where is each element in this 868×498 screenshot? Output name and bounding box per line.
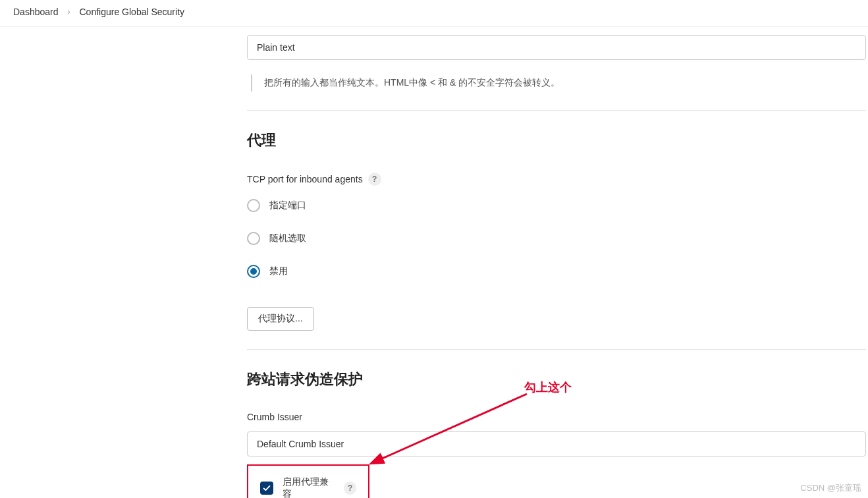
radio-random-port[interactable]: 随机选取: [247, 232, 868, 245]
breadcrumb-dashboard[interactable]: Dashboard: [13, 7, 59, 17]
divider: [247, 110, 866, 111]
tcp-port-label: TCP port for inbound agents ?: [247, 173, 381, 186]
markup-formatter-help: 把所有的输入都当作纯文本。HTML中像 < 和 & 的不安全字符会被转义。: [251, 74, 857, 92]
radio-fixed-port[interactable]: 指定端口: [247, 199, 868, 212]
markup-formatter-select[interactable]: Plain text: [247, 35, 866, 60]
proxy-compat-row[interactable]: 启用代理兼容 ?: [248, 466, 368, 498]
annotation-highlight-box: 启用代理兼容 ?: [247, 464, 369, 498]
proxy-compat-label: 启用代理兼容: [283, 476, 335, 498]
breadcrumb: Dashboard › Configure Global Security: [0, 0, 868, 27]
crumb-issuer-select[interactable]: Default Crumb Issuer: [247, 431, 866, 456]
radio-label: 禁用: [269, 265, 288, 277]
chevron-right-icon: ›: [68, 7, 70, 16]
annotation-text: 勾上这个: [524, 379, 572, 395]
radio-disabled-port[interactable]: 禁用: [247, 265, 868, 278]
divider: [247, 349, 866, 350]
breadcrumb-current[interactable]: Configure Global Security: [80, 7, 185, 17]
radio-icon: [247, 232, 260, 245]
help-icon[interactable]: ?: [344, 482, 356, 495]
agent-protocol-button[interactable]: 代理协议...: [247, 307, 314, 331]
check-icon: [262, 484, 271, 493]
radio-icon: [247, 199, 260, 212]
proxy-compat-checkbox[interactable]: [260, 482, 273, 495]
tcp-port-label-text: TCP port for inbound agents: [247, 174, 363, 184]
radio-label: 随机选取: [269, 233, 306, 244]
watermark: CSDN @张童瑶: [800, 482, 861, 494]
crumb-issuer-label: Crumb Issuer: [247, 412, 868, 422]
radio-label: 指定端口: [269, 200, 306, 211]
agents-section-title: 代理: [247, 130, 868, 150]
help-icon[interactable]: ?: [368, 173, 381, 186]
radio-icon: [247, 265, 260, 278]
main-content: Plain text 把所有的输入都当作纯文本。HTML中像 < 和 & 的不安…: [247, 27, 868, 498]
